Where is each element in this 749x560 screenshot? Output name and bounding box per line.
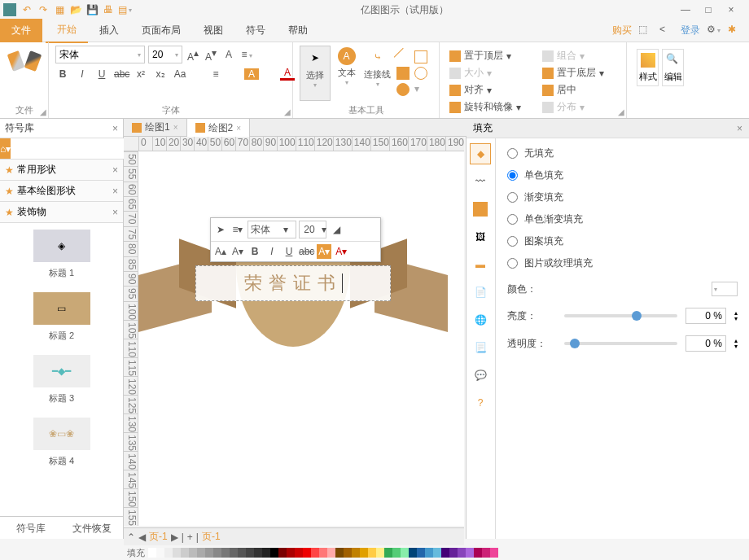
tool-text[interactable]: A 文本 ▾ xyxy=(331,46,361,101)
tab-symbol[interactable]: 符号 xyxy=(234,19,277,42)
font-family-select[interactable]: 宋体▾ xyxy=(55,46,145,63)
help-tab-icon[interactable]: ? xyxy=(470,392,491,413)
color-swatch[interactable] xyxy=(197,548,205,558)
edit-button[interactable]: 🔍 编辑 xyxy=(662,49,684,86)
align-button[interactable]: 对齐▾ xyxy=(449,83,534,97)
center-button[interactable]: 居中 xyxy=(542,83,617,97)
color-swatch[interactable] xyxy=(303,548,311,558)
group-button[interactable]: 组合▾ xyxy=(542,49,617,63)
font-clear-icon[interactable]: ≡ xyxy=(239,49,254,60)
share-icon[interactable]: ⬚ xyxy=(638,24,653,38)
color-swatch[interactable] xyxy=(173,548,181,558)
color-swatch[interactable] xyxy=(417,548,425,558)
page-next-button[interactable]: ▶ xyxy=(171,532,178,543)
group-launcher-arrange[interactable]: ◢ xyxy=(618,107,624,116)
fill-none-radio[interactable]: 无填充 xyxy=(507,147,738,160)
tool-connector[interactable]: ⤷ 连接线 ▾ xyxy=(362,46,393,101)
color-picker[interactable] xyxy=(712,282,738,296)
mini-grow-icon[interactable]: A▴ xyxy=(213,244,228,259)
text-case-button[interactable]: Aa xyxy=(173,68,187,80)
color-swatch[interactable] xyxy=(466,548,474,558)
shape-title-2[interactable]: ▭标题 2 xyxy=(0,286,123,348)
color-swatch[interactable] xyxy=(392,548,401,558)
mini-italic-button[interactable]: I xyxy=(265,244,279,259)
close-panel-icon[interactable]: × xyxy=(112,123,118,134)
color-swatch[interactable] xyxy=(458,548,466,558)
distribute-button[interactable]: 分布▾ xyxy=(542,100,617,114)
save-icon[interactable]: 💾 xyxy=(85,2,99,17)
group-launcher-font[interactable]: ◢ xyxy=(284,107,291,116)
tab-help[interactable]: 帮助 xyxy=(277,19,319,42)
color-swatch[interactable] xyxy=(433,548,441,558)
open-icon[interactable]: 📂 xyxy=(68,2,83,17)
color-swatch[interactable] xyxy=(401,548,409,558)
mini-underline-button[interactable]: U xyxy=(282,244,296,259)
brightness-value[interactable]: 0 % xyxy=(685,308,726,324)
color-swatch[interactable] xyxy=(213,548,221,558)
brightness-slider[interactable] xyxy=(564,314,677,317)
color-swatch[interactable] xyxy=(368,548,376,558)
color-swatch[interactable] xyxy=(327,548,335,558)
symbol-search-input[interactable] xyxy=(11,138,139,159)
color-swatch[interactable] xyxy=(278,548,287,558)
line-tab-icon[interactable]: 〰 xyxy=(470,171,491,192)
globe-tab-icon[interactable]: 🌐 xyxy=(470,309,491,330)
layer-tab-icon[interactable]: ▬ xyxy=(470,254,491,275)
comment-tab-icon[interactable]: 💬 xyxy=(470,365,491,386)
file-menu[interactable]: 文件 xyxy=(0,19,42,42)
page-add-button[interactable]: + xyxy=(187,532,193,543)
color-swatch[interactable] xyxy=(474,548,482,558)
opacity-slider[interactable] xyxy=(564,342,677,345)
rect-fill-icon[interactable] xyxy=(396,67,410,80)
page-label[interactable]: 页-1 xyxy=(149,530,168,544)
underline-button[interactable]: U xyxy=(94,68,109,80)
circle-fill-icon[interactable] xyxy=(396,83,410,96)
fill-tab-icon[interactable]: ◆ xyxy=(470,143,491,164)
close-button[interactable]: × xyxy=(723,4,739,15)
format-painter-icon[interactable] xyxy=(7,50,24,72)
line-shape-icon[interactable] xyxy=(394,48,413,67)
group-launcher-file[interactable]: ◢ xyxy=(40,107,46,116)
font-size-select[interactable]: 20▾ xyxy=(148,46,182,63)
font-shrink-icon[interactable]: A▾ xyxy=(204,47,218,63)
color-swatch[interactable] xyxy=(311,548,319,558)
fill-picture-radio[interactable]: 图片或纹理填充 xyxy=(507,256,738,270)
circle-outline-icon[interactable] xyxy=(414,67,427,80)
color-tab-icon[interactable] xyxy=(473,202,488,217)
certificate-shape[interactable]: 荣誉证书 xyxy=(138,249,448,396)
color-swatch[interactable] xyxy=(262,548,270,558)
color-swatch[interactable] xyxy=(230,548,238,558)
undo-icon[interactable]: ↶ xyxy=(20,2,34,17)
mini-strike-button[interactable]: abc xyxy=(299,244,314,259)
color-swatch[interactable] xyxy=(270,548,278,558)
doc-tab-2[interactable]: 绘图2× xyxy=(186,118,251,138)
color-swatch[interactable] xyxy=(335,548,344,558)
tool-select[interactable]: ➤ 选择 ▾ xyxy=(300,46,331,101)
highlight-button[interactable]: A xyxy=(244,68,259,80)
color-swatch[interactable] xyxy=(441,548,449,558)
opacity-value[interactable]: 0 % xyxy=(685,335,726,352)
color-swatch[interactable] xyxy=(409,548,417,558)
tab-view[interactable]: 视图 xyxy=(192,19,234,42)
color-swatch[interactable] xyxy=(360,548,368,558)
tab-home[interactable]: 开始 xyxy=(46,18,88,43)
buy-link[interactable]: 购买 xyxy=(612,24,632,37)
fill-pattern-radio[interactable]: 图案填充 xyxy=(507,234,738,248)
doc-tab-icon[interactable]: 📃 xyxy=(470,337,491,358)
shape-title-4[interactable]: ❀▭❀标题 4 xyxy=(0,411,123,474)
minimize-button[interactable]: — xyxy=(677,4,694,15)
category-decoration[interactable]: ★装饰物× xyxy=(0,202,123,223)
rect-outline-icon[interactable] xyxy=(414,50,427,63)
mini-size-select[interactable]: 20▾ xyxy=(299,221,326,238)
fill-solid-radio[interactable]: 单色填充 xyxy=(507,168,738,182)
eyedropper-icon[interactable] xyxy=(24,50,41,72)
mini-align-icon[interactable]: ≡▾ xyxy=(230,222,245,237)
redo-icon[interactable]: ↷ xyxy=(36,2,50,17)
mini-shrink-icon[interactable]: A▾ xyxy=(230,244,245,259)
mini-highlight-button[interactable]: A▾ xyxy=(317,244,331,259)
color-swatch[interactable] xyxy=(319,548,327,558)
doc-tab-1[interactable]: 绘图1× xyxy=(124,118,186,137)
color-swatch[interactable] xyxy=(189,548,197,558)
color-swatch[interactable] xyxy=(376,548,384,558)
color-swatch[interactable] xyxy=(482,548,490,558)
